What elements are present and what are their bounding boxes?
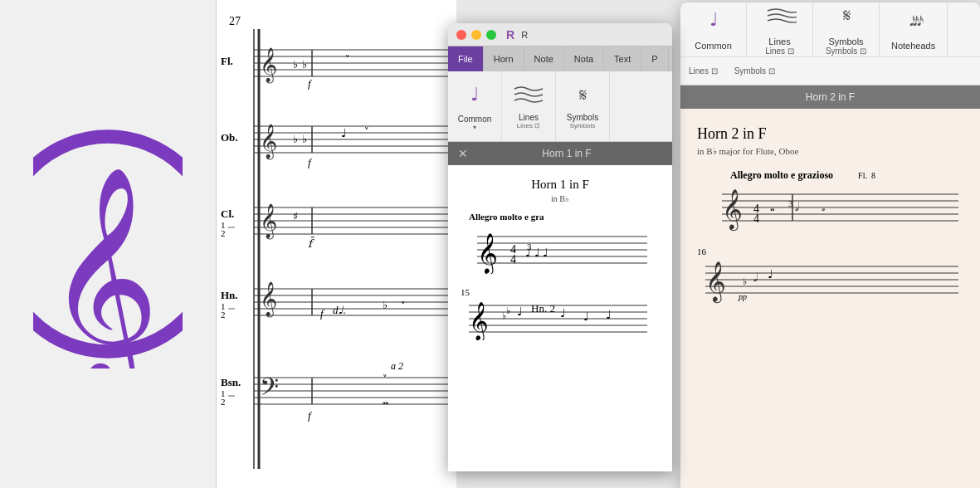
svg-text:4: 4 — [510, 253, 516, 266]
svg-text:𝅗: 𝅗 — [822, 208, 825, 212]
horn2-corner-num: 8 — [871, 171, 875, 180]
lines-icon — [763, 4, 797, 34]
svg-text:f: f — [308, 156, 313, 168]
svg-text:♭: ♭ — [293, 133, 298, 145]
svg-text:d♩.: d♩. — [333, 304, 346, 316]
close-button[interactable] — [456, 30, 466, 40]
horn2-score-titlebar: Horn 2 in F — [680, 85, 980, 109]
svg-text:˅: ˅ — [364, 126, 369, 136]
tab-note[interactable]: Note — [524, 46, 564, 71]
svg-text:pp: pp — [738, 292, 747, 301]
svg-text:𝄞: 𝄞 — [46, 169, 159, 368]
horn2-measure-16-area: 16 𝄞 ♭ 𝅗𝅥 ♩ pp — [697, 243, 963, 307]
tab-text[interactable]: Text — [604, 46, 641, 71]
lines-sublabel: Lines ⊡ — [765, 46, 794, 56]
lines-footer-label: Lines ⊡ — [689, 66, 718, 76]
svg-text:4: 4 — [753, 212, 759, 225]
notation-symbols-sublabel: Symbols — [570, 122, 596, 129]
svg-text:2: 2 — [221, 228, 226, 238]
horn2-toolbar-top: ♩ Common Lines Lines ⊡ — [680, 2, 980, 56]
toolbar-lines-section[interactable]: Lines Lines ⊡ — [747, 2, 813, 56]
notation-symbols-icon: 𝄋 — [570, 84, 595, 111]
toolbar-noteheads-section[interactable]: 𝅘𝅥𝅯 𝅘𝅥𝅯 𝅘𝅥𝅯 Noteheads — [880, 2, 948, 56]
svg-text:♭: ♭ — [743, 276, 747, 286]
front-score-staff-1: 𝄞 4 4 3 ♩ ♩ ♩ — [461, 228, 651, 274]
lines-label: Lines — [768, 37, 790, 46]
svg-text:𝄞: 𝄞 — [260, 47, 277, 84]
symbols-footer-label: Symbols ⊡ — [734, 66, 775, 76]
score-piece-title: Horn 1 in F — [461, 178, 660, 192]
svg-text:♭: ♭ — [293, 58, 298, 71]
notation-symbols-label: Symbols — [567, 113, 598, 122]
fullscreen-button[interactable] — [486, 30, 496, 40]
horn2-measure-16-num: 16 — [697, 246, 706, 256]
treble-clef-logo: 𝄞 — [33, 120, 183, 368]
notation-lines-label: Lines — [519, 113, 539, 122]
tab-p[interactable]: P — [641, 46, 668, 71]
sibelius-r-icon: R — [506, 28, 514, 41]
symbols-icon: 𝄋 — [834, 4, 859, 34]
toolbar-common-section[interactable]: ♩ Common — [680, 2, 747, 56]
svg-text:♭: ♭ — [302, 58, 307, 71]
left-panel: 𝄞 — [0, 0, 216, 488]
svg-text:f̄: f̄ — [308, 237, 315, 250]
svg-text:𝅝: 𝅝 — [770, 208, 775, 212]
svg-text:𝄞: 𝄞 — [260, 281, 277, 318]
score-close-button[interactable]: ✕ — [456, 147, 470, 160]
svg-text:Ob.: Ob. — [221, 131, 238, 144]
svg-text:♭: ♭ — [302, 133, 307, 145]
tab-horn[interactable]: Horn — [484, 46, 524, 71]
sheet-music-svg: 27 Fl. 𝄞 ♭ ♭ ˅ f Ob. 𝄞 ♭ ♭ ♩ ˅ f — [217, 0, 456, 488]
noteheads-icon: 𝅘𝅥𝅯 𝅘𝅥𝅯 𝅘𝅥𝅯 — [895, 8, 932, 38]
svg-text:Cl.: Cl. — [221, 207, 234, 220]
measure-number: 27 — [229, 15, 241, 27]
svg-text:𝄋: 𝄋 — [579, 85, 587, 105]
notation-toolbar: ♩ Common ▾ Lines Lines ⊡ 𝄋 — [448, 71, 672, 142]
svg-text:2: 2 — [221, 310, 226, 320]
score-content: Horn 1 in F in B♭ Allegro molto e gra 𝄞 … — [448, 165, 672, 471]
horn2-toolbar: ♩ Common Lines Lines ⊡ — [680, 2, 980, 85]
notation-common-sublabel: ▾ — [473, 124, 476, 131]
svg-text:Hn. 2: Hn. 2 — [531, 302, 555, 315]
score-title: Horn 1 in F — [470, 148, 664, 159]
noteheads-label: Noteheads — [891, 41, 935, 51]
horn2-staff-1: 𝄞 4 4 𝅝 3 𝅗𝅥 𝅗 — [697, 186, 963, 232]
svg-text:Bsn.: Bsn. — [221, 376, 241, 388]
tab-nota[interactable]: Nota — [564, 46, 604, 71]
svg-text:f: f — [308, 409, 313, 422]
svg-text:𝅗𝅥: 𝅗𝅥 — [753, 272, 758, 282]
svg-text:Hn.: Hn. — [221, 289, 238, 301]
svg-text:♭: ♭ — [506, 305, 510, 315]
score-subtitle: in B♭ — [461, 194, 660, 203]
sheet-music-panel: 27 Fl. 𝄞 ♭ ♭ ˅ f Ob. 𝄞 ♭ ♭ ♩ ˅ f — [216, 0, 456, 488]
svg-text:♩: ♩ — [560, 307, 566, 320]
svg-text:a 2: a 2 — [391, 360, 403, 372]
svg-text:♩: ♩ — [709, 9, 718, 30]
front-window-partial-title: R — [521, 30, 528, 40]
minimize-button[interactable] — [471, 30, 481, 40]
horn2-piece-title: Horn 2 in F — [697, 125, 963, 143]
svg-text:˅: ˅ — [345, 54, 350, 64]
svg-text:♩: ♩ — [606, 309, 612, 321]
horn2-instrument-corner: Fl. — [858, 171, 867, 180]
score-titlebar: ✕ Horn 1 in F — [448, 142, 672, 165]
svg-text:˅: ˅ — [383, 373, 388, 383]
svg-text:f: f — [308, 77, 313, 90]
symbols-sublabel: Symbols ⊡ — [826, 46, 866, 56]
horn2-staff-2: 𝄞 ♭ 𝅗𝅥 ♩ pp — [697, 258, 963, 304]
horn2-score-content: Horn 2 in F in B♭ major for Flute, Oboe … — [680, 109, 980, 488]
svg-text:𝄞: 𝄞 — [477, 233, 498, 274]
svg-text:♯: ♯ — [293, 210, 298, 222]
horn2-tempo: Allegro molto e grazioso — [730, 169, 833, 182]
notation-common-label: Common — [458, 115, 492, 124]
notation-lines-section[interactable]: Lines Lines ⊡ — [502, 71, 556, 141]
notation-common-icon: ♩ — [462, 82, 487, 113]
svg-text:♩: ♩ — [341, 127, 347, 139]
tab-file[interactable]: File — [448, 46, 484, 71]
notation-common-section[interactable]: ♩ Common ▾ — [448, 71, 502, 141]
notation-symbols-section[interactable]: 𝄋 Symbols Symbols — [556, 71, 610, 141]
toolbar-symbols-section[interactable]: 𝄋 Symbols Symbols ⊡ — [813, 2, 880, 56]
sibelius-front-window: R R File Horn Note Nota Text P ♩ — [448, 23, 672, 471]
svg-text:𝅘𝅥𝅯 𝅘𝅥𝅯 𝅘𝅥𝅯: 𝅘𝅥𝅯 𝅘𝅥𝅯 𝅘𝅥𝅯 — [909, 14, 924, 28]
svg-text:𝄞: 𝄞 — [260, 124, 277, 160]
